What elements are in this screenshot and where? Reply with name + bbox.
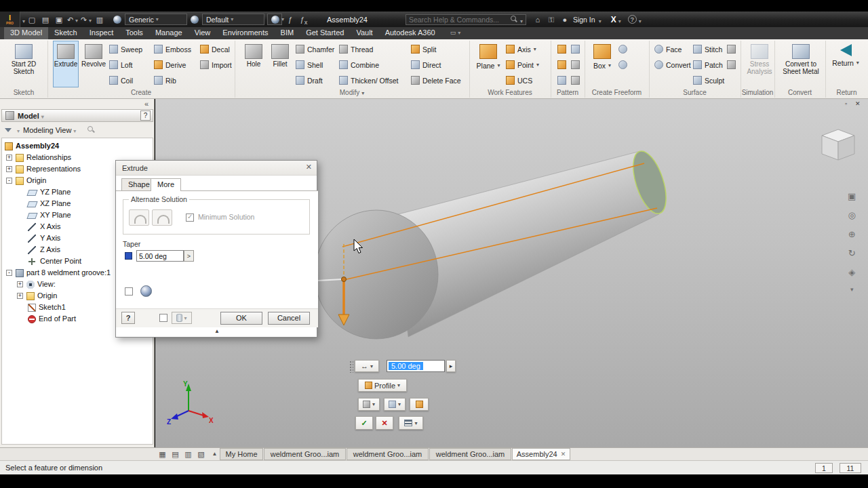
tree-expand-toggle[interactable]: + <box>17 281 23 287</box>
search-caret[interactable] <box>518 14 523 26</box>
tree-expand-toggle[interactable]: + <box>6 155 12 161</box>
exchange-caret[interactable] <box>616 14 621 26</box>
options-list-button[interactable]: ▾ <box>399 416 423 430</box>
arrange-windows-icon3[interactable]: ▥ <box>182 449 194 460</box>
app-menu-caret[interactable] <box>20 14 25 26</box>
cancel-button[interactable]: Cancel <box>268 312 310 325</box>
ucs-button[interactable]: UCS <box>506 75 532 86</box>
chamfer-button[interactable]: Chamfer <box>296 43 334 55</box>
doc-restore-icon[interactable]: ▫ <box>845 100 847 107</box>
freeform-plane-button[interactable] <box>618 43 627 55</box>
tree-item-label[interactable]: Origin <box>37 291 57 300</box>
community-icon[interactable]: ⌂ <box>532 14 544 25</box>
tab-bim[interactable]: BIM <box>275 27 300 39</box>
flip-direction-button[interactable] <box>410 398 429 411</box>
tree-item-label[interactable]: Representations <box>26 165 81 173</box>
tree-item-label[interactable]: part 8 weldment groove:1 <box>26 268 111 277</box>
redo-icon[interactable] <box>80 14 92 25</box>
tab-close-icon[interactable]: ✕ <box>561 451 566 458</box>
tree-item-label[interactable]: YZ Plane <box>40 188 71 196</box>
help-icon[interactable]: ? <box>628 15 637 24</box>
taper-value-field[interactable]: 5.00 deg <box>387 360 445 372</box>
surface-convert-button[interactable]: Convert <box>654 59 691 70</box>
cylinder-front-face[interactable] <box>315 210 438 339</box>
sign-in-caret[interactable] <box>597 14 601 26</box>
plane-button[interactable]: Plane <box>475 41 502 87</box>
nav-orbit-icon[interactable]: ↻ <box>848 248 856 258</box>
open-file-icon[interactable] <box>39 14 52 25</box>
extrude-button[interactable]: Extrude <box>53 41 79 87</box>
tree-item-label[interactable]: XY Plane <box>40 211 71 219</box>
browser-collapse-icon[interactable]: « <box>144 100 149 108</box>
ribbon-display-toggle-icon[interactable]: ▭ <box>447 27 465 39</box>
key-icon[interactable]: ⚿ <box>545 14 557 25</box>
rectangular-pattern-button[interactable] <box>557 43 566 55</box>
profile-dropdown-button[interactable]: Profile▾ <box>358 379 407 392</box>
tree-expand-toggle[interactable]: - <box>6 178 12 184</box>
fillet-button[interactable]: Fillet <box>268 41 292 87</box>
output-solid-dropdown-button[interactable]: ▾ <box>358 398 380 411</box>
coil-button[interactable]: Coil <box>109 75 133 86</box>
point-button[interactable]: Point <box>506 59 539 70</box>
tab-view[interactable]: View <box>189 27 217 39</box>
tab-list-up-arrow[interactable]: ▲ <box>209 449 220 460</box>
pattern-tool-button[interactable] <box>571 59 580 70</box>
appearance-dropdown[interactable]: Default <box>202 14 264 25</box>
alternate-solution-right-button[interactable] <box>152 209 172 226</box>
tab-inspect[interactable]: Inspect <box>83 27 119 39</box>
sign-in-button[interactable]: Sign In <box>573 16 595 24</box>
tree-item-label[interactable]: View: <box>37 280 56 288</box>
doc-tab-weldment-1[interactable]: weldment Groo...iam <box>264 448 346 460</box>
emboss-button[interactable]: Emboss <box>154 43 191 55</box>
mini-toolbar-grip[interactable] <box>349 360 353 373</box>
sculpt-button[interactable]: Sculpt <box>693 75 724 86</box>
material-dropdown[interactable]: Generic <box>125 14 187 25</box>
help-search-box[interactable] <box>406 14 526 25</box>
doc-tab-weldment-2[interactable]: weldment Groo...iam <box>347 448 429 460</box>
dialog-collapse-handle[interactable] <box>210 328 224 336</box>
delete-face-button[interactable]: Delete Face <box>411 75 461 86</box>
app-logo[interactable]: I PRO <box>0 12 20 27</box>
tab-sketch[interactable]: Sketch <box>48 27 83 39</box>
operation-dropdown-button[interactable]: ▾ <box>384 398 406 411</box>
tree-item-label[interactable]: Origin <box>26 176 46 184</box>
print-icon[interactable] <box>94 14 106 25</box>
filter-funnel-icon[interactable] <box>5 128 12 132</box>
arrange-windows-icon2[interactable]: ▤ <box>170 449 181 460</box>
decal-button[interactable]: Decal <box>200 43 230 55</box>
surface-extra2-button[interactable] <box>727 59 736 70</box>
thread-button[interactable]: Thread <box>339 43 373 55</box>
tree-item-label[interactable]: X Axis <box>40 222 61 230</box>
nav-full-wheel-icon[interactable]: ▣ <box>848 191 856 201</box>
convert-to-sheet-metal-button[interactable]: Convert to Sheet Metal <box>781 41 821 87</box>
help-caret[interactable] <box>637 14 642 26</box>
tree-item-label[interactable]: Center Point <box>40 257 81 265</box>
new-file-icon[interactable] <box>26 14 38 25</box>
nav-steering-wheel-icon[interactable]: ◎ <box>848 210 856 220</box>
doc-close-icon[interactable]: ✕ <box>855 100 861 107</box>
preview-checkbox[interactable] <box>159 314 167 322</box>
revolve-button[interactable]: Revolve <box>81 41 106 87</box>
tab-environments[interactable]: Environments <box>216 27 274 39</box>
sketch-pattern-button[interactable] <box>571 43 580 55</box>
nav-look-at-icon[interactable]: ◈ <box>848 267 856 277</box>
extents-dropdown-button[interactable]: ↔▾ <box>355 360 379 372</box>
doc-tab-my-home[interactable]: My Home <box>220 448 263 460</box>
tree-item-label[interactable]: Sketch1 <box>39 303 66 311</box>
filter-caret[interactable] <box>15 126 20 134</box>
derive-button[interactable]: Derive <box>154 59 186 70</box>
start-2d-sketch-button[interactable]: Start 2D Sketch <box>5 41 42 87</box>
undo-icon[interactable] <box>66 14 79 25</box>
surface-extra1-button[interactable] <box>727 43 736 55</box>
stitch-button[interactable]: Stitch <box>693 43 722 55</box>
taper-flyout-button[interactable]: > <box>184 250 194 262</box>
nav-more-caret[interactable]: ▾ <box>848 286 856 293</box>
solids-sphere-icon[interactable] <box>140 285 152 297</box>
tree-item-label[interactable]: XZ Plane <box>40 199 71 207</box>
direct-button[interactable]: Direct <box>411 59 441 70</box>
hole-button[interactable]: Hole <box>241 41 266 87</box>
combine-button[interactable]: Combine <box>339 59 379 70</box>
adjust-icon[interactable]: ƒ <box>284 14 296 25</box>
patch-button[interactable]: Patch <box>693 59 723 70</box>
arrange-windows-icon1[interactable]: ▦ <box>157 449 168 460</box>
